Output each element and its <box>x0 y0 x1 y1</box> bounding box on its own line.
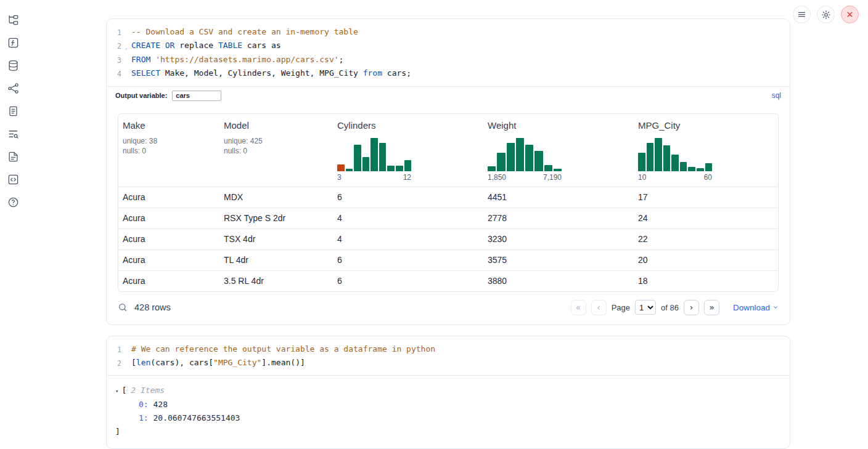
line-number: 2 <box>107 39 121 54</box>
next-page-button[interactable]: › <box>684 300 699 315</box>
cell-output-tree: ▾ [ 2 Items 0: 428 1: 20.060747663551403… <box>107 375 790 448</box>
tree-item-key: 1: <box>139 413 149 423</box>
fold-chevron-icon[interactable]: ⌄ <box>121 39 131 54</box>
language-badge: sql <box>772 91 781 100</box>
column-header-make[interactable]: Make unique: 38 nulls: 0 <box>118 114 219 187</box>
chevron-down-icon <box>772 304 779 310</box>
line-number: 4 <box>107 67 121 81</box>
menu-button[interactable] <box>793 6 811 23</box>
help-circle-icon[interactable] <box>7 196 19 208</box>
notebook-area: 1 -- Download a CSV and create an in-mem… <box>106 18 790 449</box>
mpg-city-histogram[interactable]: 10 60 <box>638 138 712 182</box>
tree-item: 0: 428 <box>115 398 781 411</box>
output-variable-bar: Output variable: sql <box>107 86 790 105</box>
output-variable-label: Output variable: <box>115 92 167 99</box>
line-number: 1 <box>107 26 121 39</box>
row-count: 428 rows <box>134 302 171 312</box>
tree-item-value: 20.060747663551403 <box>153 413 240 423</box>
search-icon <box>118 302 128 312</box>
hist-max: 12 <box>403 173 411 182</box>
tree-item-key: 0: <box>139 400 149 409</box>
column-header-model[interactable]: Model unique: 425 nulls: 0 <box>219 114 333 187</box>
menu-icon <box>797 10 806 19</box>
page-select[interactable]: 1 <box>635 300 656 315</box>
cylinders-histogram[interactable]: 3 12 <box>337 138 411 182</box>
table-row: Acura RSX Type S 2dr 4 2778 24 <box>118 208 778 229</box>
logs-search-icon[interactable] <box>7 127 19 140</box>
scratchpad-icon[interactable] <box>7 105 19 117</box>
sql-comment: -- Download a CSV and create an in-memor… <box>131 27 358 36</box>
topbar <box>793 6 859 23</box>
table-footer: 428 rows « ‹ Page 1 of 86 › » Download <box>107 292 790 325</box>
sql-url-string: 'https://datasets.marimo.app/cars.csv' <box>155 55 338 64</box>
column-stats: unique: 38 nulls: 0 <box>123 136 212 156</box>
table-header: Make unique: 38 nulls: 0 Model unique: 4… <box>118 114 778 187</box>
tree-item: 1: 20.060747663551403 <box>115 411 781 425</box>
line-number: 3 <box>107 54 121 67</box>
gear-icon <box>821 10 831 20</box>
table-row: Acura 3.5 RL 4dr 6 3880 18 <box>118 270 778 291</box>
table-row: Acura TSX 4dr 4 3230 22 <box>118 229 778 249</box>
table-row: Acura MDX 6 4451 17 <box>118 187 778 208</box>
download-button[interactable]: Download <box>733 303 779 312</box>
last-page-button[interactable]: » <box>704 300 719 315</box>
open-bracket: [ <box>121 384 126 397</box>
close-icon <box>846 10 854 18</box>
close-bracket: ] <box>115 425 781 439</box>
dependency-graph-icon[interactable] <box>7 82 19 94</box>
weight-histogram[interactable]: 1,850 7,190 <box>488 138 562 182</box>
cell-sql: 1 -- Download a CSV and create an in-mem… <box>106 18 790 325</box>
column-header-cylinders[interactable]: Cylinders 3 12 <box>333 114 483 187</box>
python-comment: # We can reference the output variable a… <box>131 344 435 354</box>
column-stats: unique: 425 nulls: 0 <box>224 136 326 156</box>
first-page-button[interactable]: « <box>571 300 586 315</box>
items-count: 2 Items <box>131 384 165 397</box>
search-button[interactable] <box>118 302 128 312</box>
code-line: 1 -- Download a CSV and create an in-mem… <box>107 26 790 39</box>
column-header-mpg-city[interactable]: MPG_City 10 60 <box>634 114 778 187</box>
tree-item-value: 428 <box>153 400 167 409</box>
hist-min: 1,850 <box>488 173 506 182</box>
sql-code-editor[interactable]: 1 -- Download a CSV and create an in-mem… <box>107 19 790 86</box>
database-icon[interactable] <box>7 59 19 71</box>
hist-min: 3 <box>337 173 342 182</box>
code-line: 2 [len(cars), cars["MPG_City"].mean()] <box>107 357 790 370</box>
page-label: Page <box>612 303 630 312</box>
snippets-icon[interactable] <box>7 173 19 185</box>
sidebar <box>7 14 19 208</box>
column-header-weight[interactable]: Weight 1,850 7,190 <box>483 114 634 187</box>
code-line: 2 ⌄ CREATE OR replace TABLE cars as <box>107 39 790 54</box>
documentation-icon[interactable] <box>7 150 19 163</box>
pagination: « ‹ Page 1 of 86 › » Download <box>571 300 779 315</box>
tree-root: ▾ [ 2 Items <box>115 384 781 398</box>
settings-button[interactable] <box>817 6 835 23</box>
data-table: Make unique: 38 nulls: 0 Model unique: 4… <box>118 113 779 292</box>
output-variable-input[interactable] <box>172 91 221 101</box>
hist-min: 10 <box>638 173 646 182</box>
file-tree-icon[interactable] <box>7 14 19 26</box>
line-number: 1 <box>107 343 121 357</box>
hist-max: 7,190 <box>543 173 562 182</box>
page-total: of 86 <box>661 303 679 312</box>
line-number: 2 <box>107 357 121 370</box>
function-square-icon[interactable] <box>7 36 19 49</box>
tree-collapse-icon[interactable]: ▾ <box>115 384 118 398</box>
python-code-editor[interactable]: 1 # We can reference the output variable… <box>107 336 790 375</box>
shutdown-button[interactable] <box>841 6 859 23</box>
cell-python: 1 # We can reference the output variable… <box>106 336 790 449</box>
prev-page-button[interactable]: ‹ <box>591 300 607 315</box>
hist-max: 60 <box>704 173 712 182</box>
code-line: 1 # We can reference the output variable… <box>107 343 790 357</box>
table-row: Acura TL 4dr 6 3575 20 <box>118 249 778 270</box>
code-line: 4 SELECT Make, Model, Cylinders, Weight,… <box>107 67 790 81</box>
code-line: 3 FROM 'https://datasets.marimo.app/cars… <box>107 54 790 67</box>
